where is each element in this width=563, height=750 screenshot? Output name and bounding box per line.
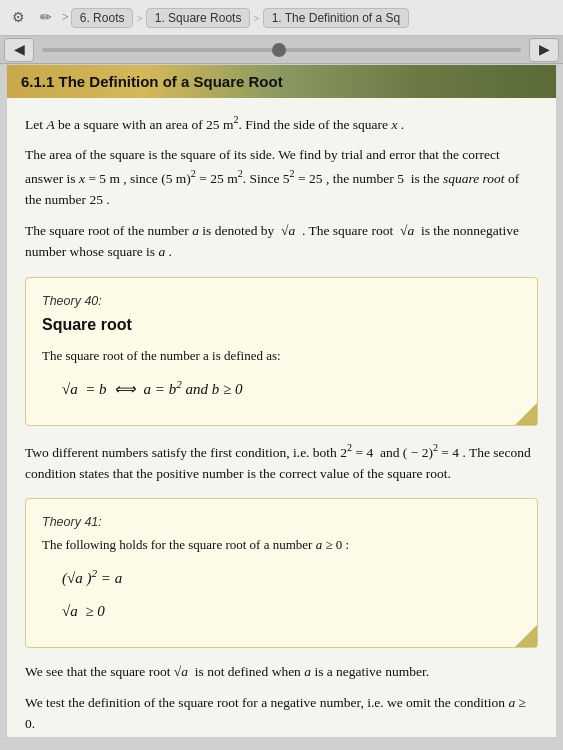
square-root-term: square root bbox=[443, 171, 505, 186]
theory-40-formula: √a = b ⟺ a = b2 and b ≥ 0 bbox=[62, 376, 501, 401]
progress-track[interactable] bbox=[42, 48, 521, 52]
breadcrumb-item-definition[interactable]: 1. The Definition of a Sq bbox=[263, 8, 410, 28]
breadcrumb: 6. Roots > 1. Square Roots > 1. The Defi… bbox=[71, 8, 559, 28]
edit-icon[interactable]: ✏ bbox=[32, 4, 60, 32]
paragraph-1: Let A be a square with an area of 25 m2.… bbox=[25, 112, 538, 135]
progress-thumb[interactable] bbox=[272, 43, 286, 57]
theory-41-formula-1: (√a )2 = a bbox=[62, 565, 501, 590]
final-paragraph-1: We see that the square root √a is not de… bbox=[25, 662, 538, 683]
paragraph-3: The square root of the number a is denot… bbox=[25, 221, 538, 263]
chapter-header: 6.1.1 The Definition of a Square Root bbox=[7, 65, 556, 98]
theory-box-41: Theory 41: The following holds for the s… bbox=[25, 498, 538, 648]
theory-41-label: Theory 41: bbox=[42, 513, 521, 532]
next-button[interactable]: ▶ bbox=[529, 38, 559, 62]
theory-40-body: The square root of the number a is defin… bbox=[42, 346, 521, 366]
gear-icon[interactable]: ⚙ bbox=[4, 4, 32, 32]
var-A: A bbox=[46, 117, 54, 132]
breadcrumb-item-roots[interactable]: 6. Roots bbox=[71, 8, 134, 28]
breadcrumb-item-square-roots[interactable]: 1. Square Roots bbox=[146, 8, 251, 28]
theory-41-body: The following holds for the square root … bbox=[42, 535, 521, 555]
final-paragraph-2: We test the definition of the square roo… bbox=[25, 693, 538, 735]
main-content: 6.1.1 The Definition of a Square Root Le… bbox=[6, 64, 557, 738]
theory-box-40: Theory 40: Square root The square root o… bbox=[25, 277, 538, 427]
slider-bar: ◀ ▶ bbox=[0, 36, 563, 64]
breadcrumb-arrow-2: > bbox=[253, 12, 259, 24]
breadcrumb-arrow-1: > bbox=[136, 12, 142, 24]
var-x: x bbox=[391, 117, 397, 132]
paragraph-between-theories: Two different numbers satisfy the first … bbox=[25, 440, 538, 484]
theory-40-title: Square root bbox=[42, 313, 521, 338]
nav-separator-1: > bbox=[60, 10, 71, 25]
paragraph-2: The area of the square is the square of … bbox=[25, 145, 538, 210]
top-navigation: ⚙ ✏ > 6. Roots > 1. Square Roots > 1. Th… bbox=[0, 0, 563, 36]
theory-40-label: Theory 40: bbox=[42, 292, 521, 311]
prev-button[interactable]: ◀ bbox=[4, 38, 34, 62]
content-body: Let A be a square with an area of 25 m2.… bbox=[7, 98, 556, 738]
chapter-title: 6.1.1 The Definition of a Square Root bbox=[21, 73, 283, 90]
theory-41-formula-2: √a ≥ 0 bbox=[62, 600, 501, 623]
